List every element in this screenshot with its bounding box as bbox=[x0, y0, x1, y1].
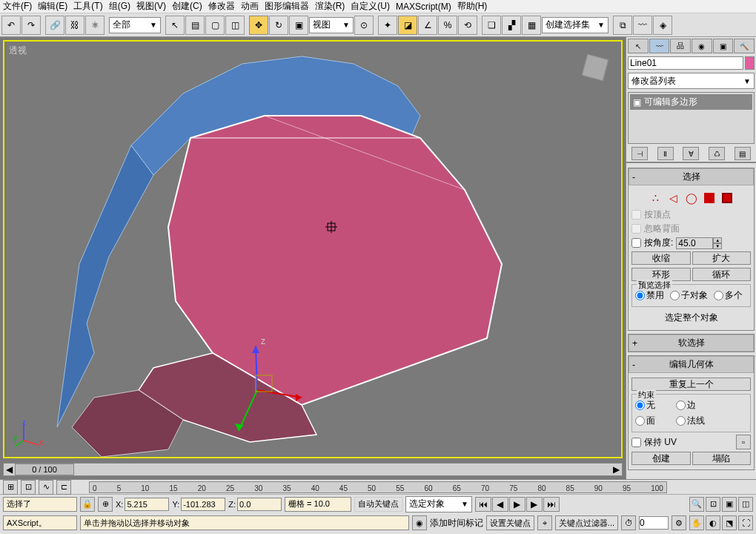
spinner-snap-button[interactable]: ⟲ bbox=[458, 16, 477, 35]
time-config-button2[interactable]: ⚙ bbox=[672, 515, 686, 530]
track-bar-button3[interactable]: ∿ bbox=[39, 480, 53, 495]
layers-button[interactable]: ⧉ bbox=[613, 16, 632, 35]
pin-stack-button[interactable]: ⊣ bbox=[631, 147, 648, 160]
modifier-stack[interactable]: ▣ 可编辑多边形 bbox=[628, 92, 755, 144]
time-slider[interactable]: 0 / 100 bbox=[15, 464, 74, 475]
snap-toggle-button[interactable]: ◪ bbox=[398, 16, 417, 35]
undo-button[interactable]: ↶ bbox=[1, 16, 21, 35]
menu-rendering[interactable]: 渲染(R) bbox=[315, 0, 345, 13]
selection-filter-combo[interactable]: 全部▼ bbox=[109, 17, 161, 33]
soft-selection-header[interactable]: +软选择 bbox=[629, 334, 754, 352]
motion-tab[interactable]: ◉ bbox=[692, 39, 712, 53]
modify-tab[interactable]: 〰 bbox=[649, 39, 670, 53]
menu-help[interactable]: 帮助(H) bbox=[457, 0, 488, 13]
preserve-uv-checkbox[interactable] bbox=[631, 438, 641, 447]
link-button[interactable]: 🔗 bbox=[45, 16, 64, 35]
angle-snap-button[interactable]: ∠ bbox=[418, 16, 437, 35]
manipulate-button[interactable]: ✦ bbox=[378, 16, 397, 35]
constraint-edge-radio[interactable] bbox=[676, 400, 686, 410]
lock-selection-button[interactable]: 🔒 bbox=[80, 497, 95, 512]
vertex-subobj-button[interactable]: ∴ bbox=[649, 191, 663, 205]
arc-rotate-button[interactable]: ◐ bbox=[706, 515, 720, 530]
pan-button[interactable]: ✋ bbox=[689, 515, 704, 530]
menu-group[interactable]: 组(G) bbox=[109, 0, 130, 13]
menu-tools[interactable]: 工具(T) bbox=[73, 0, 102, 13]
named-sel-button[interactable]: ❏ bbox=[482, 16, 501, 35]
transform-type-button[interactable]: ⊕ bbox=[98, 497, 113, 512]
z-coord-input[interactable] bbox=[237, 498, 282, 511]
by-angle-checkbox[interactable] bbox=[631, 238, 641, 248]
menu-edit[interactable]: 编辑(E) bbox=[38, 0, 67, 13]
select-by-name-button[interactable]: ▤ bbox=[185, 16, 205, 35]
constraint-face-radio[interactable] bbox=[635, 416, 645, 426]
y-coord-input[interactable] bbox=[181, 498, 225, 511]
current-frame-input[interactable] bbox=[639, 516, 669, 530]
key-mode-button[interactable]: ⌖ bbox=[537, 515, 552, 530]
bind-button[interactable]: ⚛ bbox=[85, 16, 105, 35]
next-frame-button[interactable]: ▶ bbox=[526, 497, 543, 512]
named-selset-combo[interactable]: 创建选择集▼ bbox=[542, 17, 609, 33]
hierarchy-tab[interactable]: 品 bbox=[670, 39, 691, 53]
utilities-tab[interactable]: 🔨 bbox=[734, 39, 755, 53]
pivot-button[interactable]: ⊙ bbox=[354, 16, 374, 35]
percent-snap-button[interactable]: % bbox=[438, 16, 457, 35]
move-button[interactable]: ✥ bbox=[249, 16, 268, 35]
selection-rollup-header[interactable]: -选择 bbox=[629, 168, 754, 185]
object-name-input[interactable] bbox=[628, 56, 743, 70]
display-tab[interactable]: ▣ bbox=[713, 39, 734, 53]
prev-frame-button[interactable]: ◀ bbox=[492, 497, 508, 512]
edge-subobj-button[interactable]: ◁ bbox=[667, 191, 680, 205]
track-bar-button1[interactable]: ⊞ bbox=[3, 480, 18, 495]
menu-grapheditors[interactable]: 图形编辑器 bbox=[265, 0, 309, 13]
fov-button[interactable]: ⬔ bbox=[722, 515, 737, 530]
mirror-button[interactable]: ▞ bbox=[502, 16, 521, 35]
modifier-item[interactable]: ▣ 可编辑多边形 bbox=[630, 94, 752, 110]
auto-key-button[interactable]: 自动关键点 bbox=[354, 497, 402, 512]
menu-modifiers[interactable]: 修改器 bbox=[208, 0, 235, 13]
rotate-button[interactable]: ↻ bbox=[269, 16, 288, 35]
play-button[interactable]: ▶ bbox=[509, 497, 525, 512]
create-tab[interactable]: ↖ bbox=[628, 39, 649, 53]
show-end-result-button[interactable]: Ⅱ bbox=[657, 147, 674, 160]
preview-subobj-radio[interactable] bbox=[670, 291, 680, 300]
create-geom-button[interactable]: 创建 bbox=[631, 452, 691, 465]
redo-button[interactable]: ↷ bbox=[21, 16, 41, 35]
remove-modifier-button[interactable]: ♺ bbox=[709, 147, 725, 160]
shrink-button[interactable]: 收缩 bbox=[631, 251, 691, 265]
isolate-button[interactable]: ◉ bbox=[412, 515, 427, 530]
border-subobj-button[interactable]: ◯ bbox=[685, 191, 698, 205]
maximize-viewport-button[interactable]: ⛶ bbox=[738, 515, 753, 530]
make-unique-button[interactable]: ∀ bbox=[683, 147, 699, 160]
ruler-track[interactable]: 0510 152025 303540 455055 606570 758085 … bbox=[89, 481, 667, 493]
zoom-extents-all-button[interactable]: ◫ bbox=[738, 497, 753, 512]
edit-geometry-header[interactable]: -编辑几何体 bbox=[629, 356, 754, 373]
menu-animation[interactable]: 动画 bbox=[241, 0, 259, 13]
track-bar-button4[interactable]: ⊏ bbox=[56, 480, 71, 495]
time-ruler[interactable]: ⊞ ⊡ ∿ ⊏ 0510 152025 303540 455055 606570… bbox=[0, 479, 756, 494]
time-config-button1[interactable]: ⏱ bbox=[621, 515, 636, 530]
curve-editor-button[interactable]: 〰 bbox=[633, 16, 652, 35]
configure-button[interactable]: ▤ bbox=[735, 147, 751, 160]
unlink-button[interactable]: ⛓ bbox=[65, 16, 84, 35]
menu-maxscript[interactable]: MAXScript(M) bbox=[396, 1, 451, 12]
expand-icon[interactable]: ▣ bbox=[633, 97, 641, 108]
zoom-all-button[interactable]: ⊡ bbox=[706, 497, 720, 512]
ref-coord-combo[interactable]: 视图▼ bbox=[309, 17, 354, 33]
x-coord-input[interactable] bbox=[125, 498, 169, 511]
scale-button[interactable]: ▣ bbox=[289, 16, 308, 35]
goto-start-button[interactable]: ⏮ bbox=[475, 497, 491, 512]
menu-create[interactable]: 创建(C) bbox=[172, 0, 202, 13]
key-filters-button[interactable]: 关键点过滤器... bbox=[555, 515, 618, 530]
loop-button[interactable]: 循环 bbox=[692, 268, 752, 281]
preserve-uv-settings[interactable]: ▫ bbox=[736, 435, 751, 449]
element-subobj-button[interactable] bbox=[720, 191, 734, 205]
key-target-combo[interactable]: 选定对象▼ bbox=[405, 496, 472, 512]
window-crossing-button[interactable]: ◫ bbox=[225, 16, 245, 35]
track-bar-button2[interactable]: ⊡ bbox=[21, 480, 36, 495]
schematic-button[interactable]: ◈ bbox=[653, 16, 672, 35]
constraint-normal-radio[interactable] bbox=[676, 416, 686, 426]
menu-views[interactable]: 视图(V) bbox=[136, 0, 166, 13]
set-key-button[interactable]: 设置关键点 bbox=[486, 515, 534, 530]
collapse-button[interactable]: 塌陷 bbox=[692, 452, 752, 465]
select-button[interactable]: ↖ bbox=[165, 16, 185, 35]
